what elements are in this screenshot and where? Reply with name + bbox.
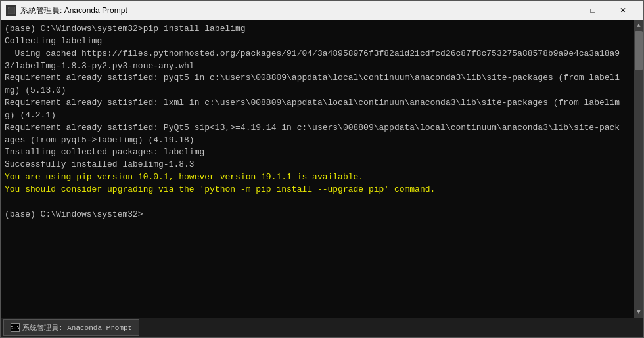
close-button[interactable]: ✕ bbox=[608, 1, 638, 20]
terminal-line: Requirement already satisfied: lxml in c… bbox=[5, 98, 620, 108]
terminal-taskbar-icon: C:\ bbox=[11, 323, 20, 332]
terminal-output[interactable]: (base) C:\Windows\system32>pip install l… bbox=[1, 20, 634, 318]
titlebar: ⬛ 系統管理員: Anaconda Prompt ─ □ ✕ bbox=[1, 1, 643, 20]
window-controls: ─ □ ✕ bbox=[547, 1, 638, 20]
terminal-line: g) (4.2.1) bbox=[5, 110, 56, 120]
maximize-button[interactable]: □ bbox=[578, 1, 608, 20]
minimize-button[interactable]: ─ bbox=[547, 1, 578, 20]
terminal-line: 3/labelImg-1.8.3-py2.py3-none-any.whl bbox=[5, 61, 195, 71]
taskbar: C:\ 系統管理員: Anaconda Prompt bbox=[1, 318, 643, 337]
terminal-line: You are using pip version 10.0.1, howeve… bbox=[5, 172, 363, 182]
terminal-line: Installing collected packages: labelimg bbox=[5, 147, 204, 157]
terminal-line: ages (from pyqt5->labelimg) (4.19.18) bbox=[5, 135, 195, 145]
scrollbar[interactable]: ▲ ▼ bbox=[634, 20, 643, 318]
terminal-line: Successfully installed labelimg-1.8.3 bbox=[5, 159, 195, 169]
scroll-down-arrow[interactable]: ▼ bbox=[634, 307, 643, 318]
scrollbar-thumb[interactable] bbox=[635, 31, 643, 70]
terminal-container: (base) C:\Windows\system32>pip install l… bbox=[1, 20, 643, 318]
terminal-line: (base) C:\Windows\system32>pip install l… bbox=[5, 24, 246, 33]
window-title: 系統管理員: Anaconda Prompt bbox=[20, 5, 547, 16]
window: ⬛ 系統管理員: Anaconda Prompt ─ □ ✕ (base) C:… bbox=[0, 0, 644, 338]
app-icon: ⬛ bbox=[6, 5, 16, 16]
taskbar-item-label: 系統管理員: Anaconda Prompt bbox=[22, 323, 132, 333]
terminal-line: (base) C:\Windows\system32> bbox=[5, 209, 143, 219]
terminal-line: Collecting labelimg bbox=[5, 36, 102, 46]
terminal-line: mg) (5.13.0) bbox=[5, 85, 66, 95]
taskbar-item-terminal[interactable]: C:\ 系統管理員: Anaconda Prompt bbox=[3, 319, 139, 336]
terminal-line: Using cached https://files.pythonhosted.… bbox=[5, 49, 620, 58]
terminal-line: Requirement already satisfied: pyqt5 in … bbox=[5, 73, 620, 83]
terminal-line: You should consider upgrading via the 'p… bbox=[5, 184, 435, 194]
scroll-up-arrow[interactable]: ▲ bbox=[634, 20, 643, 31]
terminal-line: Requirement already satisfied: PyQt5_sip… bbox=[5, 123, 620, 133]
